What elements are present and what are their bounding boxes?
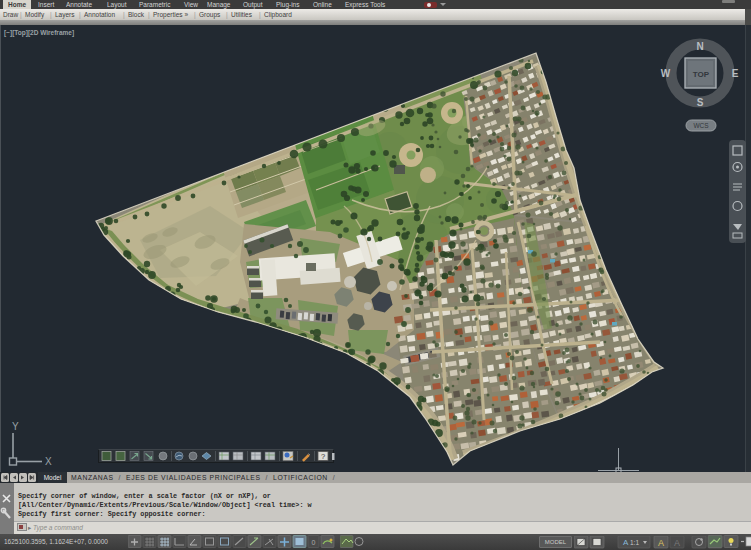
svg-text:S: S — [697, 97, 704, 108]
svg-text:1:1: 1:1 — [630, 539, 639, 546]
svg-text:A: A — [658, 538, 664, 548]
svg-text:W: W — [661, 68, 671, 79]
svg-text:0: 0 — [312, 539, 316, 546]
svg-text:Y: Y — [12, 421, 19, 432]
svg-text:A: A — [623, 538, 629, 547]
svg-text:TOP: TOP — [693, 70, 710, 79]
svg-text:WCS: WCS — [693, 122, 709, 129]
svg-text:A: A — [674, 538, 680, 548]
svg-text:X: X — [45, 456, 52, 467]
svg-text:E: E — [732, 68, 739, 79]
svg-text:N: N — [696, 41, 703, 52]
svg-text:?: ? — [321, 452, 325, 461]
